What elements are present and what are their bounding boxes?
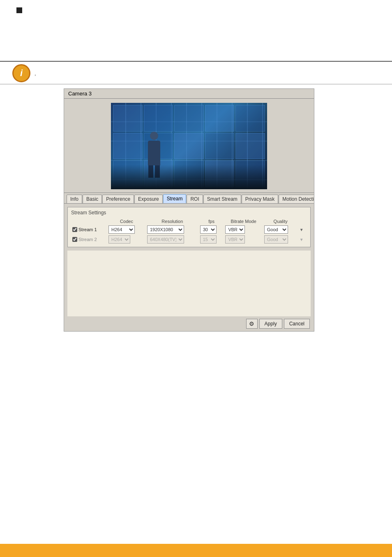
tab-bar: Info Basic Preference Exposure Stream RO… — [64, 193, 314, 204]
stream-settings-panel: Stream Settings Codec Resolution fps Bit… — [67, 207, 311, 247]
info-icon-row: i , — [12, 63, 36, 84]
tab-basic[interactable]: Basic — [83, 195, 102, 203]
tab-privacy-mask[interactable]: Privacy Mask — [242, 195, 278, 203]
tab-stream[interactable]: Stream — [163, 194, 187, 203]
stream2-quality-select[interactable]: Good — [264, 235, 288, 244]
col-stream-label — [71, 218, 107, 225]
tab-smart-stream[interactable]: Smart Stream — [203, 195, 241, 203]
camera-panel: Camera 3 — [64, 88, 314, 332]
settings-icon-button[interactable]: ⚙ — [246, 319, 258, 329]
top-section — [0, 0, 392, 17]
tab-roi[interactable]: ROI — [187, 195, 203, 203]
tab-motion-detection[interactable]: Motion Detection — [279, 195, 314, 203]
camera-title: Camera 3 — [68, 91, 92, 97]
tab-exposure[interactable]: Exposure — [134, 195, 163, 203]
empty-content-area — [67, 251, 311, 316]
stream1-label: Stream 1 — [72, 227, 106, 232]
bottom-buttons: ⚙ Apply Cancel — [64, 316, 314, 331]
camera-image-area — [64, 99, 314, 193]
col-codec: Codec — [107, 218, 146, 225]
gear-icon: ⚙ — [249, 320, 254, 327]
col-fps: fps — [199, 218, 224, 225]
stream1-bitrate-select[interactable]: VBR CBR — [225, 225, 245, 234]
camera-feed — [111, 103, 267, 189]
table-row: Stream 1 H264 H265 MJPEG 1920X1080 — [71, 225, 307, 234]
tab-preference[interactable]: Preference — [102, 195, 134, 203]
stream2-arrow: ▼ — [300, 237, 304, 242]
apply-button[interactable]: Apply — [259, 319, 282, 329]
tab-info[interactable]: Info — [67, 195, 82, 203]
stream1-fps-select[interactable]: 30 25 15 — [200, 225, 217, 234]
info-comma: , — [35, 70, 36, 77]
info-icon: i — [12, 64, 30, 82]
bottom-divider — [0, 84, 392, 84]
col-quality: Quality — [263, 218, 298, 225]
stream1-codec-select[interactable]: H264 H265 MJPEG — [108, 225, 135, 234]
stream2-fps-select[interactable]: 15 — [200, 235, 217, 244]
cancel-button[interactable]: Cancel — [284, 319, 310, 329]
table-row: Stream 2 H264 640X480(TV) — [71, 234, 307, 244]
stream1-checkbox[interactable] — [72, 227, 77, 232]
stream2-label: Stream 2 — [72, 237, 106, 242]
bottom-bar — [0, 544, 392, 557]
stream2-codec-select[interactable]: H264 — [108, 235, 130, 244]
bullet-square — [16, 7, 22, 13]
stream1-arrow: ▼ — [300, 227, 304, 232]
stream1-resolution-select[interactable]: 1920X1080 1280X720 640X480 — [147, 225, 184, 234]
col-bitrate-mode: Bitrate Mode — [224, 218, 263, 225]
camera-title-bar: Camera 3 — [64, 89, 314, 99]
stream-table: Codec Resolution fps Bitrate Mode Qualit… — [71, 218, 307, 244]
top-divider — [0, 61, 392, 62]
person-figure — [144, 132, 164, 177]
col-resolution: Resolution — [146, 218, 199, 225]
stream-settings-title: Stream Settings — [71, 210, 307, 216]
stream2-checkbox[interactable] — [72, 237, 77, 242]
stream2-resolution-select[interactable]: 640X480(TV) — [147, 235, 184, 244]
stream2-bitrate-select[interactable]: VBR — [225, 235, 245, 244]
stream1-quality-select[interactable]: Good Excellent Standard Basic — [264, 225, 288, 234]
